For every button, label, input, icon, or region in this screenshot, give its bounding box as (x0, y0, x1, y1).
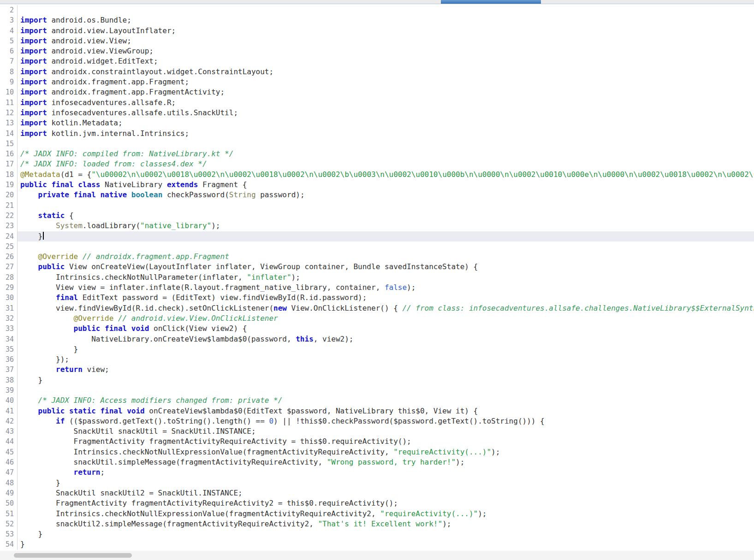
code-line-53: 53 } (0, 529, 754, 539)
line-number: 54 (0, 539, 18, 549)
code-line-35: 35 } (0, 344, 754, 354)
line-number: 31 (0, 303, 18, 313)
line-number: 28 (0, 272, 18, 283)
horizontal-scrollbar-thumb[interactable] (14, 553, 132, 558)
code-line-52: 52 snackUtil2.simpleMessage(fragmentActi… (0, 519, 754, 529)
line-number: 2 (0, 5, 18, 15)
line-number: 45 (0, 447, 18, 457)
code-line-11: 11import infosecadventures.allsafe.R; (0, 98, 754, 108)
active-tab-indicator[interactable] (441, 0, 541, 4)
code-line-43: 43 SnackUtil snackUtil = SnackUtil.INSTA… (0, 426, 754, 436)
code-text: import android.os.Bundle; (18, 15, 754, 25)
horizontal-scrollbar[interactable] (0, 551, 754, 560)
line-number: 53 (0, 529, 18, 539)
code-line-32: 32 @Override // android.view.View.OnClic… (0, 313, 754, 324)
code-text: } (18, 375, 754, 385)
code-line-54: 54} (0, 539, 754, 549)
line-number: 35 (0, 344, 18, 354)
code-line-15: 15 (0, 139, 754, 149)
code-text: } (18, 478, 754, 488)
code-text: return; (18, 467, 754, 477)
code-text: }); (18, 354, 754, 365)
code-text: public View onCreateView(LayoutInflater … (18, 262, 754, 272)
line-number: 41 (0, 406, 18, 416)
code-text (18, 200, 754, 211)
code-line-6: 6import android.view.ViewGroup; (0, 46, 754, 56)
code-line-3: 3import android.os.Bundle; (0, 15, 754, 25)
code-line-17: 17/* JADX INFO: loaded from: classes4.de… (0, 159, 754, 169)
code-editor[interactable]: 23import android.os.Bundle;4import andro… (0, 4, 754, 551)
line-number: 21 (0, 200, 18, 211)
line-number: 9 (0, 77, 18, 87)
code-line-40: 40 /* JADX INFO: Access modifiers change… (0, 395, 754, 406)
line-number: 42 (0, 416, 18, 426)
code-text: public static final void onCreateView$la… (18, 406, 754, 416)
code-text: public final class NativeLibrary extends… (18, 180, 754, 190)
line-number: 34 (0, 334, 18, 344)
line-number: 38 (0, 375, 18, 385)
code-line-39: 39 (0, 385, 754, 395)
tab-strip (0, 0, 754, 4)
code-text: import android.widget.EditText; (18, 56, 754, 66)
code-line-34: 34 NativeLibrary.onCreateView$lambda$0(p… (0, 334, 754, 344)
code-line-2: 2 (0, 5, 754, 15)
code-line-5: 5import android.view.View; (0, 36, 754, 46)
code-rows: 23import android.os.Bundle;4import andro… (0, 4, 754, 550)
code-line-12: 12import infosecadventures.allsafe.utils… (0, 108, 754, 118)
line-number: 26 (0, 252, 18, 262)
line-number: 15 (0, 139, 18, 149)
code-text: Intrinsics.checkNotNullExpressionValue(f… (18, 447, 754, 457)
line-number: 18 (0, 170, 18, 180)
line-number: 51 (0, 509, 18, 519)
line-number: 22 (0, 211, 18, 221)
code-text: private final native boolean checkPasswo… (18, 190, 754, 200)
code-line-9: 9import androidx.fragment.app.Fragment; (0, 77, 754, 87)
code-line-48: 48 } (0, 478, 754, 488)
line-number: 40 (0, 395, 18, 406)
line-number: 32 (0, 313, 18, 324)
code-line-46: 46 snackUtil.simpleMessage(fragmentActiv… (0, 457, 754, 467)
code-line-18: 18@Metadata(d1 = {"\u00002\n\u0002\u0018… (0, 170, 754, 180)
line-number: 23 (0, 221, 18, 231)
code-line-21: 21 (0, 200, 754, 211)
code-line-29: 29 View view = inflater.inflate(R.layout… (0, 283, 754, 293)
code-text: } (18, 529, 754, 539)
code-line-7: 7import android.widget.EditText; (0, 56, 754, 66)
code-text: import androidx.fragment.app.FragmentAct… (18, 87, 754, 97)
code-line-13: 13import kotlin.Metadata; (0, 118, 754, 128)
line-number: 52 (0, 519, 18, 529)
line-number: 33 (0, 324, 18, 334)
code-line-47: 47 return; (0, 467, 754, 477)
line-number: 4 (0, 26, 18, 36)
code-line-25: 25 (0, 242, 754, 252)
code-text: import infosecadventures.allsafe.utils.S… (18, 108, 754, 118)
code-line-22: 22 static { (0, 211, 754, 221)
line-number: 10 (0, 87, 18, 97)
code-text: snackUtil.simpleMessage(fragmentActivity… (18, 457, 754, 467)
code-text: SnackUtil snackUtil2 = SnackUtil.INSTANC… (18, 488, 754, 498)
code-text: NativeLibrary.onCreateView$lambda$0(pass… (18, 334, 754, 344)
line-number: 47 (0, 467, 18, 477)
text-caret (43, 232, 44, 240)
code-line-33: 33 public final void onClick(View view2)… (0, 324, 754, 334)
code-text: import androidx.fragment.app.Fragment; (18, 77, 754, 87)
code-text: return view; (18, 365, 754, 375)
line-number: 11 (0, 98, 18, 108)
code-text: public final void onClick(View view2) { (18, 324, 754, 334)
code-line-38: 38 } (0, 375, 754, 385)
line-number: 16 (0, 149, 18, 159)
line-number: 29 (0, 283, 18, 293)
code-text: import android.view.ViewGroup; (18, 46, 754, 56)
code-line-10: 10import androidx.fragment.app.FragmentA… (0, 87, 754, 97)
code-text: Intrinsics.checkNotNullExpressionValue(f… (18, 509, 754, 519)
code-text: /* JADX INFO: Access modifiers changed f… (18, 395, 754, 406)
code-line-44: 44 FragmentActivity fragmentActivityRequ… (0, 436, 754, 447)
code-text: import android.view.LayoutInflater; (18, 26, 754, 36)
code-line-19: 19public final class NativeLibrary exten… (0, 180, 754, 190)
code-line-26: 26 @Override // androidx.fragment.app.Fr… (0, 252, 754, 262)
code-line-24: 24 } (0, 231, 754, 242)
code-text: } (18, 539, 754, 549)
code-line-27: 27 public View onCreateView(LayoutInflat… (0, 262, 754, 272)
code-text: FragmentActivity fragmentActivityRequire… (18, 498, 754, 508)
code-text: import kotlin.jvm.internal.Intrinsics; (18, 129, 754, 139)
